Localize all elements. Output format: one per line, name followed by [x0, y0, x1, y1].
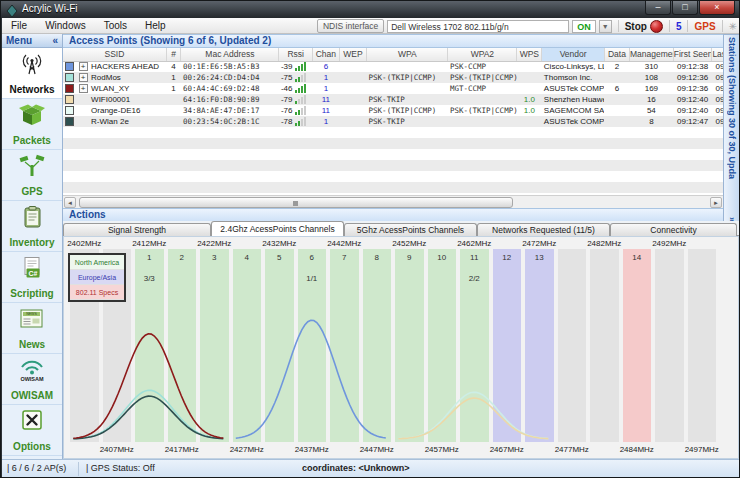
ssid-color-swatch	[63, 61, 77, 72]
column-header--[interactable]: #	[166, 48, 181, 61]
table-row[interactable]: Orange-DE1634:8A:AE:47:DE:17-7611PSK-(TK…	[63, 105, 723, 116]
column-header-chan[interactable]: Chan	[312, 48, 339, 61]
horizontal-scrollbar[interactable]: ◄ ►	[63, 195, 723, 208]
options-icon	[2, 408, 62, 436]
collapse-icon[interactable]: «	[52, 35, 58, 46]
table-row[interactable]: WIFI0000164:16:F0:D8:90:89-7911PSK-TKIP1…	[63, 94, 723, 105]
axis-tick-bottom: 2484MHz	[615, 445, 659, 454]
sidebar-item-packets[interactable]: Packets	[2, 99, 62, 150]
cell-mac: 64:16:F0:D8:90:89	[181, 94, 279, 105]
sidebar-item-gps[interactable]: GPS	[2, 150, 62, 201]
settings-icon[interactable]: ✳	[729, 21, 737, 32]
column-header-vendor[interactable]: Vendor	[542, 48, 605, 61]
column-header-rssi[interactable]: Rssi	[279, 48, 312, 61]
axis-tick-bottom: 2437MHz	[290, 445, 334, 454]
cell-ssid: RodMos	[89, 72, 166, 83]
stations-panel-title: Stations (Showing 30 of 30, Upda	[727, 37, 737, 217]
cell-data	[604, 72, 629, 83]
cell-chan: 6	[312, 61, 339, 72]
cell-ssid: WIFI00001	[89, 94, 166, 105]
inventory-icon	[2, 204, 62, 232]
cell-wpa: PSK-TKIP	[367, 116, 448, 127]
sidebar-item-label: Inventory	[9, 237, 54, 248]
column-header-last-seen[interactable]: Last Seen	[712, 48, 723, 61]
sidebar-item-scripting[interactable]: C#Scripting	[2, 252, 62, 303]
expand-icon[interactable]: +	[79, 73, 88, 82]
networks-icon	[2, 51, 62, 79]
sidebar-item-options[interactable]: Options	[2, 405, 62, 456]
menu-file[interactable]: File	[2, 18, 36, 33]
ssid-color-swatch	[63, 116, 77, 127]
axis-tick-top: 2442MHz	[322, 239, 366, 248]
cell-count: 1	[166, 83, 181, 94]
tab-5ghz-acesspoints-channels[interactable]: 5Ghz AcessPoints Channels	[344, 223, 477, 236]
gps-toolbar-button[interactable]: GPS	[694, 21, 715, 32]
cell-wep	[339, 116, 366, 127]
cell-chan: 11	[312, 94, 339, 105]
app-window: Acrylic Wi-Fi – □ × FileWindowsToolsHelp…	[0, 0, 740, 478]
cell-wpa: PSK-(TKIP|CCMP)	[367, 105, 448, 116]
signal-bars-icon	[295, 95, 306, 104]
sidebar-item-news[interactable]: NEWSNews	[2, 303, 62, 354]
axis-tick-bottom: 2447MHz	[355, 445, 399, 454]
cell-mac: 00:26:24:CD:D4:D4	[181, 72, 279, 83]
column-header-wps[interactable]: WPS	[517, 48, 542, 61]
sidebar-item-networks[interactable]: Networks	[2, 48, 62, 99]
table-row[interactable]: R-Wlan 2e00:23:54:0C:2B:1C-781PSK-TKIPAS…	[63, 116, 723, 127]
sidebar-item-label: Scripting	[10, 288, 53, 299]
title-bar: Acrylic Wi-Fi – □ ×	[1, 1, 740, 18]
cell-wpa2: MGT-CCMP	[448, 83, 517, 94]
axis-tick-top: 2482MHz	[582, 239, 626, 248]
column-header-management[interactable]: Management	[629, 48, 673, 61]
ndis-interface-button[interactable]: NDIS interface	[317, 19, 384, 33]
menu-windows[interactable]: Windows	[36, 18, 95, 33]
cell-rssi: -46	[279, 83, 312, 94]
tab-connectivity[interactable]: Connectivity	[610, 223, 737, 236]
sidebar-item-inventory[interactable]: Inventory	[2, 201, 62, 252]
minimize-button[interactable]: –	[645, 1, 671, 15]
window-title: Acrylic Wi-Fi	[22, 3, 78, 14]
close-button[interactable]: ×	[699, 1, 735, 15]
sidebar-header: Menu «	[2, 34, 62, 48]
stations-panel-collapsed[interactable]: Stations (Showing 30 of 30, Upda »	[723, 34, 740, 238]
scroll-right-icon[interactable]: ►	[710, 197, 722, 208]
cell-last-seen: 09:13:52	[712, 61, 723, 72]
column-header-ssid[interactable]: SSID	[63, 48, 166, 61]
column-header-wep[interactable]: WEP	[339, 48, 366, 61]
column-header-mac-address[interactable]: Mac Address	[181, 48, 279, 61]
menu-tools[interactable]: Tools	[95, 18, 136, 33]
column-header-data[interactable]: Data	[604, 48, 629, 61]
cell-management: 8	[629, 116, 673, 127]
scroll-left-icon[interactable]: ◄	[64, 197, 76, 208]
signal-curve	[73, 390, 223, 438]
stop-record-button[interactable]	[650, 20, 663, 33]
table-row[interactable]: +HACKERS AHEAD400:1E:E6:5B:A5:B3-396PSK-…	[63, 61, 723, 72]
interface-power-toggle[interactable]: ON	[572, 20, 596, 33]
axis-tick-bottom: 2467MHz	[485, 445, 529, 454]
axis-tick-bottom: 2407MHz	[95, 445, 139, 454]
axis-tick-top: 2412MHz	[127, 239, 171, 248]
adapter-select[interactable]: Dell Wireless 1702 802.11b/g/n	[387, 20, 569, 33]
maximize-button[interactable]: □	[672, 1, 698, 15]
column-header-first-seen[interactable]: First Seen	[673, 48, 712, 61]
column-header-wpa2[interactable]: WPA2	[448, 48, 517, 61]
cell-vendor: ASUSTek COMPUT	[542, 116, 605, 127]
chevron-down-icon[interactable]: ▼	[599, 20, 612, 33]
tab-2-4ghz-acesspoints-channels[interactable]: 2.4Ghz AcessPoints Channels	[211, 221, 344, 236]
expand-icon[interactable]: +	[79, 84, 88, 93]
expand-icon[interactable]: +	[79, 62, 88, 71]
cell-last-seen: 09:13:55	[712, 72, 723, 83]
table-row[interactable]: +WLAN_XY160:A4:4C:69:D2:48-461MGT-CCMPAS…	[63, 83, 723, 94]
scrollbar-thumb[interactable]	[79, 197, 513, 208]
cell-ssid: WLAN_XY	[89, 83, 166, 94]
cell-management: 169	[629, 83, 673, 94]
column-header-wpa[interactable]: WPA	[367, 48, 448, 61]
cell-wpa	[367, 61, 448, 72]
menu-help[interactable]: Help	[136, 18, 175, 33]
ssid-color-swatch	[63, 94, 77, 105]
tab-signal-strength[interactable]: Signal Strength	[63, 223, 211, 236]
sidebar-item-owisam[interactable]: OWISAMOWISAM	[2, 354, 62, 405]
tab-networks-requested-11-5-[interactable]: Networks Requested (11/5)	[477, 223, 610, 236]
cell-first-seen: 09:12:38	[673, 61, 712, 72]
table-row[interactable]: +RodMos100:26:24:CD:D4:D4-751PSK-(TKIP|C…	[63, 72, 723, 83]
